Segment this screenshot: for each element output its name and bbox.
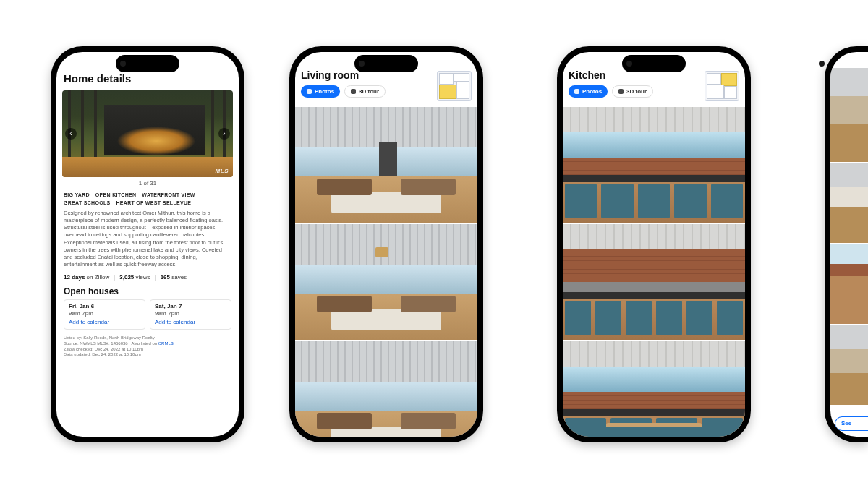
- room-photo[interactable]: [563, 224, 745, 340]
- photos-label: Photos: [582, 88, 602, 95]
- stat-sep: |: [155, 274, 156, 281]
- tag: OPEN KITCHEN: [95, 192, 137, 197]
- oh-day: Sat, Jan 7: [155, 303, 226, 310]
- stat-sep: |: [114, 274, 115, 281]
- 3d-tour-label: 3D tour: [626, 88, 647, 95]
- cube-icon: [351, 89, 356, 94]
- room-photo[interactable]: [295, 224, 477, 340]
- oh-time: 9am-7pm: [155, 310, 226, 317]
- open-house-card[interactable]: Fri, Jan 6 9am-7pm Add to calendar: [64, 299, 145, 330]
- room-photo-slice[interactable]: [830, 244, 868, 324]
- zillow-checked: Zillow checked: Dec 24, 2022 at 10:10pm: [64, 347, 231, 353]
- mls-badge: MLS: [216, 168, 229, 174]
- oh-time: 9am-7pm: [69, 310, 140, 317]
- room-photo-slice[interactable]: [830, 68, 868, 162]
- open-house-card[interactable]: Sat, Jan 7 9am-7pm Add to calendar: [150, 299, 231, 330]
- room-photo[interactable]: [295, 107, 477, 223]
- photos-pill[interactable]: Photos: [569, 85, 608, 98]
- 3d-tour-pill[interactable]: 3D tour: [612, 85, 653, 98]
- feature-tags: BIG YARD OPEN KITCHEN WATERFRONT VIEW GR…: [56, 192, 239, 210]
- tag: BIG YARD: [64, 192, 90, 197]
- hero-photo[interactable]: ‹ › MLS: [62, 90, 233, 177]
- source: Source: NWMLS MLS#: 1456036: [64, 341, 128, 346]
- see-more-button[interactable]: See: [835, 416, 868, 431]
- page-title: Home details: [56, 52, 239, 89]
- photos-label: Photos: [315, 88, 334, 95]
- tag: GREAT SCHOOLS: [64, 200, 110, 205]
- also-listed-link[interactable]: CRMLS: [158, 341, 174, 346]
- listing-description: Designed by renowned architect Omer Mith…: [56, 210, 239, 268]
- room-photo-slice[interactable]: [830, 163, 868, 243]
- room-title: Kitchen: [569, 69, 653, 81]
- 3d-tour-label: 3D tour: [359, 88, 379, 95]
- also-listed-label: Also listed on: [131, 341, 158, 346]
- open-houses: Fri, Jan 6 9am-7pm Add to calendar Sat, …: [56, 299, 239, 330]
- room-photo[interactable]: [563, 341, 745, 437]
- views-num: 3,025: [119, 274, 134, 281]
- oh-add-calendar[interactable]: Add to calendar: [69, 319, 140, 326]
- cube-icon: [618, 89, 624, 94]
- oh-add-calendar[interactable]: Add to calendar: [155, 319, 226, 326]
- floorplan-thumb[interactable]: [437, 71, 472, 101]
- open-houses-title: Open houses: [56, 282, 239, 299]
- room-photo[interactable]: [563, 107, 745, 223]
- room-title: Living room: [301, 69, 386, 81]
- oh-day: Fri, Jan 6: [69, 303, 140, 310]
- days-on-num: 12: [64, 274, 70, 281]
- data-updated: Data updated: Dec 24, 2022 at 10:10pm: [64, 352, 231, 358]
- room-photo[interactable]: [295, 341, 477, 437]
- days-on-tail: on Zillow: [87, 274, 110, 281]
- views-label: views: [136, 274, 150, 281]
- hero-next[interactable]: ›: [218, 128, 230, 140]
- saves-label: saves: [171, 274, 187, 281]
- photo-counter: 1 of 31: [56, 180, 239, 187]
- days-on-word: days: [72, 274, 85, 281]
- photos-icon: [307, 89, 312, 94]
- tag: WATERFRONT VIEW: [142, 192, 195, 197]
- floorplan-thumb[interactable]: [705, 71, 739, 101]
- photos-pill[interactable]: Photos: [301, 85, 340, 98]
- photos-icon: [574, 89, 579, 94]
- listing-stats: 12 days on Zillow | 3,025 views | 165 sa…: [56, 268, 239, 282]
- hero-glow: [113, 125, 200, 157]
- 3d-tour-pill[interactable]: 3D tour: [344, 85, 386, 98]
- fine-print: Listed by: Sally Reeds, North Bridgeway …: [56, 330, 239, 358]
- listed-by: Listed by: Sally Reeds, North Bridgeway …: [64, 335, 231, 341]
- hero-prev[interactable]: ‹: [65, 128, 77, 140]
- room-photo-slice[interactable]: [830, 325, 868, 405]
- hero-path: [62, 157, 233, 177]
- saves-num: 165: [161, 274, 170, 281]
- tag: HEART OF WEST BELLEVUE: [116, 200, 191, 205]
